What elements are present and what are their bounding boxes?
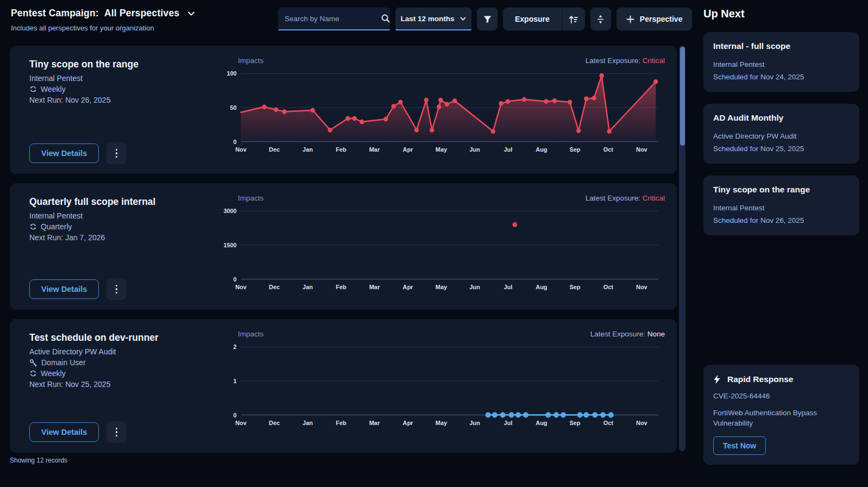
impacts-label: Impacts — [238, 330, 263, 338]
svg-text:0: 0 — [234, 276, 237, 282]
campaign-cadence-row: Quarterly — [29, 221, 209, 232]
test-now-button[interactable]: Test Now — [713, 436, 766, 455]
campaign-info: Tiny scope on the range Internal Pentest… — [29, 55, 209, 166]
chevron-down-icon[interactable] — [187, 9, 196, 18]
view-details-button[interactable]: View Details — [29, 279, 99, 299]
add-perspective-label: Perspective — [640, 15, 683, 23]
sort-control: Exposure — [503, 8, 585, 30]
campaign-cadence-row: Weekly — [29, 368, 209, 379]
svg-text:Nov: Nov — [235, 284, 247, 290]
svg-text:Aug: Aug — [536, 420, 547, 426]
kebab-menu-button[interactable] — [106, 278, 126, 300]
svg-text:Jul: Jul — [504, 146, 513, 153]
latest-exposure: Latest Exposure: Critical — [586, 194, 665, 202]
campaign-cadence: Quarterly — [41, 221, 72, 232]
latest-exposure: Latest Exposure: Critical — [586, 57, 665, 65]
latest-exposure-value: Critical — [643, 194, 665, 202]
scrollbar-track[interactable] — [679, 46, 685, 451]
sort-direction-button[interactable] — [562, 8, 585, 30]
svg-text:Jun: Jun — [469, 146, 480, 153]
funnel-icon — [483, 15, 492, 24]
app: Pentest Campaign:All Perspectives Includ… — [0, 0, 868, 487]
svg-text:Aug: Aug — [536, 146, 547, 153]
up-next-card[interactable]: AD Audit Monthly Active Directory PW Aud… — [703, 104, 859, 164]
search-icon — [381, 14, 391, 23]
rapid-response-title: Rapid Response — [727, 374, 793, 384]
up-next-type: Internal Pentest — [713, 202, 850, 214]
campaign-next-run: Next Run: Nov 25, 2025 — [29, 379, 209, 390]
svg-text:Mar: Mar — [369, 146, 380, 153]
impacts-chart: 012NovDecJanFebMarAprMayJunJulAugSepOctN… — [215, 339, 665, 427]
svg-text:3000: 3000 — [223, 208, 236, 214]
time-range-select[interactable]: Last 12 months — [395, 8, 471, 30]
latest-exposure-value: Critical — [643, 57, 665, 65]
campaign-card: Test schedule on dev-runner Active Direc… — [10, 319, 677, 453]
impacts-chart: 050100NovDecJanFebMarAprMayJunJulAugSepO… — [215, 66, 665, 154]
svg-text:0: 0 — [234, 138, 237, 145]
main-column: Pentest Campaign:All Perspectives Includ… — [0, 0, 698, 487]
chevron-down-icon — [460, 15, 467, 22]
up-next-name: AD Audit Monthly — [713, 113, 850, 123]
svg-text:Jul: Jul — [504, 420, 513, 426]
svg-text:Dec: Dec — [269, 420, 280, 426]
up-next-sidebar: Up Next Internal - full scope Internal P… — [698, 0, 868, 487]
campaign-credential: Domain User — [41, 357, 86, 368]
filter-button[interactable] — [477, 8, 498, 30]
toolbar-controls: Last 12 months Exposure — [278, 8, 692, 30]
latest-exposure-value: None — [647, 330, 665, 338]
impacts-label: Impacts — [238, 57, 263, 65]
kebab-menu-button[interactable] — [106, 142, 126, 164]
svg-text:Jun: Jun — [469, 284, 480, 290]
latest-exposure-label: Latest Exposure: — [586, 194, 640, 202]
svg-text:2: 2 — [234, 344, 237, 350]
up-next-title: Up Next — [703, 8, 859, 20]
kebab-menu-button[interactable] — [106, 421, 126, 443]
svg-text:Jun: Jun — [469, 420, 480, 426]
row-density-button[interactable] — [590, 8, 611, 30]
view-details-button[interactable]: View Details — [29, 143, 99, 163]
svg-text:May: May — [436, 146, 448, 153]
campaign-chart-zone: Impacts Latest Exposure: Critical 050100… — [209, 55, 665, 166]
campaign-cadence: Weekly — [41, 84, 66, 95]
up-next-card[interactable]: Tiny scope on the range Internal Pentest… — [703, 176, 859, 235]
up-next-name: Internal - full scope — [713, 41, 850, 51]
kebab-icon — [116, 285, 118, 294]
svg-text:Apr: Apr — [403, 284, 413, 290]
svg-text:Jul: Jul — [504, 284, 513, 290]
svg-text:Sep: Sep — [569, 146, 580, 153]
campaign-next-run: Next Run: Nov 26, 2025 — [29, 95, 209, 105]
svg-text:Aug: Aug — [536, 284, 547, 290]
campaign-next-run: Next Run: Jan 7, 2026 — [29, 232, 209, 243]
svg-text:Nov: Nov — [636, 420, 647, 426]
campaign-info: Test schedule on dev-runner Active Direc… — [29, 329, 209, 445]
latest-exposure-label: Latest Exposure: — [590, 330, 645, 338]
scrollbar-thumb[interactable] — [680, 47, 685, 146]
recurrence-icon — [29, 85, 37, 93]
search-input[interactable] — [285, 15, 381, 23]
svg-text:Jan: Jan — [303, 420, 313, 426]
search-box[interactable] — [278, 8, 390, 30]
campaign-cadence-row: Weekly — [29, 84, 209, 95]
svg-text:Oct: Oct — [603, 420, 613, 426]
up-next-name: Tiny scope on the range — [713, 185, 850, 195]
campaign-type: Internal Pentest — [29, 73, 209, 84]
up-next-type: Internal Pentest — [713, 58, 850, 71]
campaign-name: Quarterly full scope internal — [29, 196, 209, 208]
svg-text:Nov: Nov — [235, 420, 247, 426]
svg-text:1: 1 — [234, 378, 237, 384]
up-next-card[interactable]: Internal - full scope Internal Pentest S… — [703, 32, 859, 92]
svg-text:Jan: Jan — [303, 146, 313, 153]
svg-text:Mar: Mar — [369, 284, 380, 290]
svg-text:May: May — [436, 420, 448, 426]
time-range-value: Last 12 months — [400, 15, 454, 23]
view-details-button[interactable]: View Details — [29, 422, 99, 442]
perspective-selected-value[interactable]: All Perspectives — [104, 8, 179, 18]
campaign-name: Tiny scope on the range — [29, 59, 209, 70]
svg-text:1500: 1500 — [223, 242, 236, 248]
svg-text:Apr: Apr — [403, 146, 413, 153]
sort-ascending-icon — [568, 14, 578, 24]
sort-by-exposure-button[interactable]: Exposure — [503, 8, 562, 30]
add-perspective-button[interactable]: Perspective — [617, 8, 693, 30]
latest-exposure: Latest Exposure: None — [590, 330, 665, 338]
kebab-icon — [116, 428, 118, 437]
